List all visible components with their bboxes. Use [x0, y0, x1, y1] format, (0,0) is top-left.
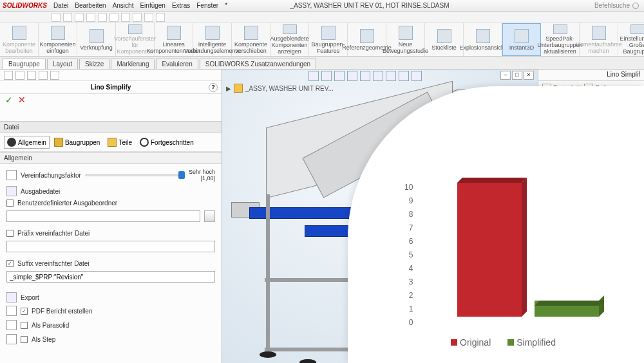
tab-assembly[interactable]: Baugruppe	[3, 59, 46, 69]
tab-markup[interactable]: Markierung	[111, 59, 155, 69]
section-icon[interactable]	[347, 71, 357, 81]
view-settings-icon[interactable]	[412, 71, 422, 81]
app-logo: SOLIDWORKS	[3, 2, 47, 9]
scene-icon[interactable]	[399, 71, 409, 81]
cancel-button[interactable]: ✕	[18, 95, 26, 105]
swatch-original	[451, 339, 457, 346]
qat-icon[interactable]	[144, 13, 153, 22]
export-head: Export	[6, 290, 215, 304]
eye-icon	[283, 24, 297, 34]
simplify-slider[interactable]	[85, 174, 185, 176]
menu-view[interactable]: Ansicht	[113, 2, 134, 9]
panel-title-bar: Lino Simplify ?	[0, 81, 222, 94]
display-icon[interactable]	[27, 71, 36, 80]
rb-assembly-features[interactable]: Baugruppen-Features	[309, 23, 348, 56]
pdf-icon	[6, 306, 17, 316]
rb-snapshot: Momentaufnahme machen	[580, 23, 618, 56]
menu-window[interactable]: Fenster	[196, 2, 218, 9]
ribbon: Komponente bearbeiten Komponenten einfüg…	[0, 23, 644, 57]
subtab-baugruppen[interactable]: Baugruppen	[51, 136, 104, 149]
legend-original: Original	[451, 337, 491, 348]
chk-suffix[interactable]	[6, 260, 14, 267]
qat-icon[interactable]	[156, 13, 165, 22]
command-search[interactable]: Befehlsuche	[594, 2, 639, 9]
ok-button[interactable]: ✓	[5, 95, 13, 105]
rb-instant3d[interactable]: Instant3D	[502, 23, 541, 56]
min-icon[interactable]: –	[500, 71, 511, 80]
rb-exploded-view[interactable]: Explosionsansicht	[464, 23, 502, 56]
bar-original-side	[522, 178, 527, 317]
chk-parasolid[interactable]	[21, 322, 28, 329]
qat-icon[interactable]	[63, 13, 72, 22]
qat-icon[interactable]	[121, 13, 130, 22]
max-icon[interactable]: □	[512, 71, 522, 80]
tab-evaluate[interactable]: Evaluieren	[156, 59, 198, 69]
panel-subtabs: Allgemein Baugruppen Teile Fortgeschritt…	[0, 133, 222, 152]
menu-more[interactable]: *	[225, 2, 227, 9]
chk-prefix[interactable]	[6, 230, 14, 237]
heads-up-toolbar	[308, 71, 422, 81]
hide-show-icon[interactable]	[373, 71, 383, 81]
rb-speedpak[interactable]: SpeedPak-Unterbaugruppen aktualisieren	[541, 23, 580, 56]
step-icon	[6, 334, 17, 344]
lbl-pdf: PDF Bericht erstellen	[32, 308, 92, 315]
instant3d-icon	[515, 29, 529, 43]
rotate-icon[interactable]	[321, 71, 332, 81]
menu-file[interactable]: Datei	[53, 2, 68, 9]
qat-icon[interactable]	[52, 13, 61, 22]
rb-insert-component[interactable]: Komponenten einfügen	[39, 23, 77, 56]
clip-icon	[90, 29, 104, 43]
rb-motion-study[interactable]: Neue Bewegungsstudie	[386, 23, 425, 56]
chk-custom-folder[interactable]	[6, 200, 14, 207]
sensor-icon[interactable]	[39, 71, 48, 80]
cube-icon	[12, 26, 26, 40]
rb-show-hidden[interactable]: Ausgeblendete Komponenten anzeigen	[270, 23, 309, 56]
pattern-icon	[167, 26, 181, 40]
tab-sketch[interactable]: Skizze	[79, 59, 109, 69]
bolt-icon	[205, 26, 220, 40]
camera-icon	[592, 26, 606, 40]
slider-thumb[interactable]	[178, 171, 185, 179]
rb-smart-fasteners[interactable]: Intelligente Verbindungselemente	[193, 23, 232, 56]
feature-icon	[321, 26, 336, 40]
subtab-teile[interactable]: Teile	[104, 136, 135, 149]
menu-insert[interactable]: Einfügen	[140, 2, 165, 9]
qat-icon[interactable]	[86, 13, 95, 22]
rb-bom[interactable]: Stückliste	[425, 23, 464, 56]
appearance-icon[interactable]	[50, 71, 59, 80]
chk-step[interactable]	[21, 336, 28, 343]
zoom-icon[interactable]	[308, 71, 319, 81]
menu-edit[interactable]: Bearbeiten	[75, 2, 106, 9]
subtab-allgemein[interactable]: Allgemein	[4, 136, 50, 149]
qat-icon[interactable]	[98, 13, 107, 22]
suffix-input[interactable]	[6, 271, 215, 283]
pan-icon[interactable]	[334, 71, 345, 81]
axis-icon	[360, 29, 374, 43]
qat-icon[interactable]	[133, 13, 142, 22]
quick-access-toolbar	[0, 12, 644, 23]
subtab-fortgeschritten[interactable]: Fortgeschritten	[137, 136, 197, 149]
tab-layout[interactable]: Layout	[47, 59, 78, 69]
tree-icon[interactable]	[4, 71, 13, 80]
lbl-suffix: Suffix vereinfachter Datei	[17, 260, 90, 267]
help-icon[interactable]: ?	[209, 83, 218, 92]
appearance-icon[interactable]	[386, 71, 396, 81]
cube-icon	[51, 26, 65, 40]
rb-large-assembly[interactable]: Einstellungen Große Baugruppe	[618, 23, 644, 56]
rb-mate[interactable]: Verknüpfung	[77, 23, 116, 56]
display-style-icon[interactable]	[360, 71, 370, 81]
browse-folder-button[interactable]	[204, 210, 215, 222]
config-icon[interactable]	[15, 71, 24, 80]
rb-ref-geometry[interactable]: Referenzgeometrie	[348, 23, 386, 56]
legend-simplified: Simplified	[507, 337, 556, 348]
explode-icon	[476, 29, 490, 43]
menu-tools[interactable]: Extras	[172, 2, 190, 9]
qat-icon[interactable]	[109, 13, 118, 22]
tab-addins[interactable]: SOLIDWORKS Zusatzanwendungen	[200, 59, 316, 69]
rb-move-component[interactable]: Komponente verschieben	[232, 23, 270, 56]
qat-icon[interactable]	[75, 13, 84, 22]
prefix-input[interactable]	[6, 241, 215, 252]
chk-pdf[interactable]	[21, 308, 28, 315]
output-folder-input[interactable]	[6, 210, 200, 222]
close-icon[interactable]: ×	[524, 71, 534, 80]
